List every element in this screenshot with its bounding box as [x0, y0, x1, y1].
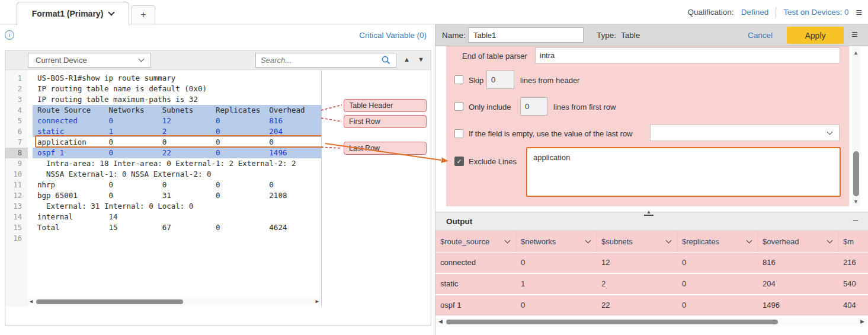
- exclude-lines-checkbox[interactable]: ✓: [454, 157, 464, 166]
- output-table-cell: 816: [758, 253, 838, 273]
- test-on-devices-link[interactable]: Test on Devices: 0: [783, 8, 848, 17]
- output-table-row[interactable]: ospf 102201496404: [435, 295, 868, 315]
- add-tab-button[interactable]: +: [132, 5, 155, 24]
- output-column-header[interactable]: $m: [838, 231, 868, 252]
- cli-output-editor[interactable]: 1US-BOS-R1#show ip route summary2IP rout…: [5, 70, 321, 307]
- line-number: 10: [5, 169, 28, 180]
- type-value: Table: [621, 31, 640, 40]
- variable-editor-header: Name: Type: Table Cancel Apply ≡: [435, 24, 868, 46]
- column-header-label: $subnets: [601, 237, 633, 246]
- critical-variable-link[interactable]: Critical Variable (0): [296, 31, 427, 40]
- top-bar: Format1 (Primary) + Qualification: Defin…: [0, 0, 868, 24]
- line-number: 15: [5, 222, 28, 233]
- output-table-cell: 0: [677, 274, 758, 294]
- panel-menu-icon[interactable]: ≡: [851, 29, 858, 40]
- line-number: 12: [5, 190, 28, 201]
- qualification-defined-link[interactable]: Defined: [741, 8, 769, 17]
- search-box: [255, 53, 396, 68]
- search-next-button[interactable]: ▼: [418, 56, 424, 63]
- skip-lines-input[interactable]: [486, 71, 514, 89]
- minimize-output-icon[interactable]: −: [853, 215, 859, 227]
- end-of-table-parser-label: End of table parser: [462, 52, 527, 60]
- menu-icon[interactable]: ≡: [856, 7, 862, 18]
- output-horizontal-scrollbar[interactable]: ◀ ▶: [437, 318, 867, 326]
- annotation-table-header[interactable]: Table Header: [344, 99, 427, 112]
- output-table-row[interactable]: static120204540: [435, 274, 868, 294]
- output-table-cell: 204: [758, 274, 838, 294]
- line-number: 3: [5, 94, 28, 105]
- output-section: Output ▲ − $route_source$networks$subnet…: [435, 210, 868, 335]
- scroll-right-icon[interactable]: ▶: [860, 318, 864, 324]
- cancel-button[interactable]: Cancel: [748, 31, 773, 40]
- only-include-lines-input[interactable]: [520, 97, 547, 116]
- type-label: Type:: [597, 31, 616, 40]
- output-table-cell: 1496: [758, 295, 838, 315]
- scroll-left-icon[interactable]: ◀: [438, 318, 443, 324]
- code-line-11: 11nhrp 0 0 0 0: [5, 180, 321, 190]
- output-column-header[interactable]: $networks: [516, 231, 597, 252]
- column-header-label: $m: [843, 237, 854, 246]
- output-column-header[interactable]: $subnets: [597, 231, 677, 252]
- output-column-header[interactable]: $route_source: [435, 231, 516, 252]
- line-number: 13: [5, 201, 28, 212]
- exclude-lines-textarea[interactable]: [526, 147, 841, 197]
- sample-text-panel: Current Device ▲ ▼ 1US-BOS-R1#show ip ro…: [5, 50, 431, 326]
- line-number: 9: [5, 158, 28, 169]
- collapse-panel-icon[interactable]: ▲: [644, 209, 654, 216]
- line-number: 2: [5, 84, 28, 94]
- empty-field-checkbox[interactable]: [454, 129, 463, 138]
- column-header-label: $route_source: [440, 237, 489, 246]
- output-column-header[interactable]: $overhead: [758, 231, 838, 252]
- column-header-label: $overhead: [763, 237, 799, 246]
- device-selector-dropdown[interactable]: Current Device: [28, 53, 151, 68]
- scroll-left-icon[interactable]: ◀: [30, 298, 33, 304]
- skip-suffix-label: lines from header: [520, 76, 579, 85]
- output-table-cell: ospf 1: [435, 295, 516, 315]
- output-table-cell: 22: [597, 295, 677, 315]
- column-header-label: $replicates: [682, 237, 719, 246]
- output-column-header[interactable]: $replicates: [677, 231, 758, 252]
- end-of-table-parser-input[interactable]: [535, 47, 840, 63]
- output-table-row[interactable]: connected0120816216: [435, 253, 868, 273]
- name-input[interactable]: [468, 27, 584, 43]
- topbar-right-cluster: Qualification: Defined Test on Devices: …: [688, 0, 862, 24]
- tab-format1[interactable]: Format1 (Primary): [17, 2, 129, 25]
- annotation-column: Table Header First Row Last Row: [322, 70, 431, 307]
- info-icon[interactable]: i: [5, 30, 14, 40]
- scroll-right-icon[interactable]: ▶: [316, 298, 319, 304]
- add-tab-label: +: [140, 9, 146, 20]
- scroll-down-icon[interactable]: ▼: [853, 199, 859, 205]
- line-number: 1: [5, 73, 28, 84]
- code-text: nhrp 0 0 0 0: [33, 180, 321, 190]
- form-vertical-scrollbar[interactable]: ▲ ▼: [852, 47, 860, 206]
- output-table-cell: 216: [838, 253, 868, 273]
- only-include-checkbox[interactable]: [454, 102, 463, 111]
- output-table-cell: 0: [516, 253, 597, 273]
- line-number: 7: [5, 137, 28, 148]
- name-label: Name:: [442, 31, 466, 40]
- code-line-10: 10 NSSA External-1: 0 NSSA External-2: 0: [5, 169, 321, 180]
- code-line-4: 4Route Source Networks Subnets Replicate…: [5, 105, 321, 116]
- annotation-first-row[interactable]: First Row: [344, 115, 427, 128]
- search-prev-button[interactable]: ▲: [403, 56, 410, 63]
- output-scrollbar-thumb[interactable]: [446, 320, 778, 324]
- form-scrollbar-thumb[interactable]: [853, 151, 859, 196]
- search-icon[interactable]: [381, 55, 391, 65]
- code-text: IP routing table maximum-paths is 32: [33, 94, 321, 105]
- code-line-15: 15Total 15 67 0 4624: [5, 222, 321, 233]
- search-input[interactable]: [261, 56, 367, 65]
- output-title: Output: [446, 217, 472, 226]
- skip-checkbox[interactable]: [454, 75, 463, 84]
- output-table-cell: 0: [516, 295, 597, 315]
- code-text: External: 31 Internal: 0 Local: 0: [33, 201, 321, 212]
- code-line-7: 7application 0 0 0 0: [5, 137, 321, 148]
- scroll-up-icon[interactable]: ▲: [853, 50, 859, 56]
- apply-button[interactable]: Apply: [787, 27, 844, 44]
- empty-field-select[interactable]: [650, 125, 840, 141]
- output-table-cell: 0: [677, 295, 758, 315]
- editor-horizontal-scrollbar[interactable]: ◀ ▶: [28, 298, 321, 306]
- annotation-last-row[interactable]: Last Row: [344, 142, 427, 155]
- editor-scrollbar-thumb[interactable]: [36, 299, 183, 304]
- code-line-9: 9 Intra-area: 18 Inter-area: 0 External-…: [5, 158, 321, 169]
- code-text: Total 15 67 0 4624: [33, 222, 321, 233]
